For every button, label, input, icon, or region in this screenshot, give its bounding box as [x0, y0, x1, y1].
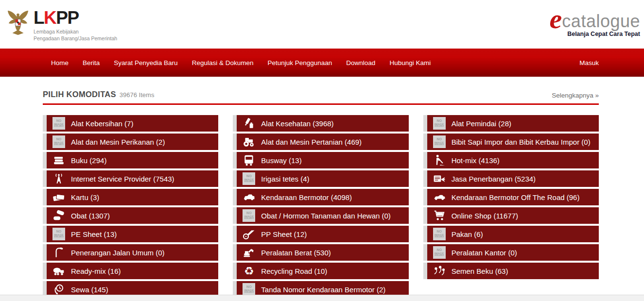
nav-item-petunjuk-penggunaan[interactable]: Petunjuk Penggunaan	[267, 59, 332, 67]
commodity-label: Ready-mix (16)	[71, 267, 121, 275]
tile-left-edge	[423, 189, 427, 205]
commodity-label: Peralatan Berat (530)	[261, 249, 331, 257]
tile-left-edge	[233, 226, 237, 242]
tile-left-edge	[43, 263, 47, 279]
page: LKPP Lembaga Kebijakan Pengadaan Barang/…	[0, 0, 644, 301]
commodity-tile-bibit-sapi-impor-dan-bibit-kerbau-impor[interactable]: NOIMAGEAVAILABLEBibit Sapi Impor dan Bib…	[423, 134, 599, 150]
tile-body[interactable]: Busway (13)	[237, 152, 408, 168]
commodity-label: Pakan (6)	[452, 230, 483, 238]
commodity-tile-semen-beku[interactable]: Semen Beku (63)	[423, 263, 599, 279]
commodity-tile-hot-mix[interactable]: Hot-mix (4136)	[423, 152, 599, 168]
commodity-label: Penerangan Jalan Umum (0)	[71, 249, 165, 257]
recycle-icon: ♻	[242, 264, 256, 278]
tile-body[interactable]: Ready-mix (16)	[47, 263, 218, 279]
nav-item-masuk[interactable]: Masuk	[579, 59, 599, 67]
commodity-tile-pe-sheet[interactable]: NOIMAGEAVAILABLEPE Sheet (13)	[43, 226, 218, 242]
commodity-tile-busway[interactable]: Busway (13)	[233, 152, 408, 168]
tile-body[interactable]: ♻Recycling Road (10)	[237, 263, 408, 279]
cards-icon	[52, 190, 66, 204]
nav-right: Masuk	[579, 59, 599, 67]
nav-item-download[interactable]: Download	[346, 59, 375, 67]
tile-body[interactable]: NOIMAGEAVAILABLEObat / Hormon Tanaman da…	[237, 207, 408, 224]
tile-body[interactable]: Jasa Penerbangan (5234)	[427, 170, 599, 187]
commodity-label: Internet Service Provider (7543)	[71, 175, 174, 183]
tile-body[interactable]: NOIMAGEAVAILABLEPakan (6)	[427, 226, 599, 242]
commodity-label: PP Sheet (12)	[261, 230, 307, 238]
commodity-tile-internet-service-provider[interactable]: Internet Service Provider (7543)	[43, 170, 218, 187]
commodity-tile-peralatan-berat[interactable]: Peralatan Berat (530)	[233, 244, 408, 261]
commodity-tile-ready-mix[interactable]: Ready-mix (16)	[43, 263, 218, 279]
tile-left-edge	[233, 152, 237, 168]
nav-item-syarat-penyedia-baru[interactable]: Syarat Penyedia Baru	[114, 59, 177, 67]
tile-left-edge	[423, 115, 427, 132]
commodity-tile-alat-dan-mesin-pertanian[interactable]: Alat dan Mesin Pertanian (469)	[233, 134, 408, 150]
commodity-tile-alat-kebersihan[interactable]: NOIMAGEAVAILABLEAlat Kebersihan (7)	[43, 115, 218, 132]
commodity-tile-obat[interactable]: Obat (1307)	[43, 207, 218, 224]
no-image-icon: NOIMAGEAVAILABLE	[433, 227, 446, 241]
commodity-tile-obat-hormon-tanaman-dan-hewan[interactable]: NOIMAGEAVAILABLEObat / Hormon Tanaman da…	[233, 207, 408, 224]
see-more-link[interactable]: Selengkapnya »	[552, 92, 599, 99]
tile-left-edge	[43, 207, 47, 224]
commodity-label: Obat (1307)	[71, 212, 110, 220]
tile-body[interactable]: NOIMAGEAVAILABLEAlat Pemindai (28)	[427, 115, 599, 132]
commodity-label: Online Shop (11677)	[452, 212, 518, 220]
tile-body[interactable]: Kartu (3)	[47, 189, 218, 205]
nav-item-regulasi-dokumen[interactable]: Regulasi & Dokumen	[192, 59, 254, 67]
tile-body[interactable]: Obat (1307)	[47, 207, 218, 224]
sheet-roll-icon	[242, 227, 256, 241]
commodity-tile-online-shop[interactable]: Online Shop (11677)	[423, 207, 599, 224]
tile-left-edge	[43, 152, 47, 168]
tile-body[interactable]: NOIMAGEAVAILABLEPeralatan Kantor (0)	[427, 244, 599, 261]
commodity-tile-jasa-penerbangan[interactable]: Jasa Penerbangan (5234)	[423, 170, 599, 187]
commodity-tile-buku[interactable]: Buku (294)	[43, 152, 218, 168]
tile-body[interactable]: Online Shop (11677)	[427, 207, 599, 224]
commodity-tile-peralatan-kantor[interactable]: NOIMAGEAVAILABLEPeralatan Kantor (0)	[423, 244, 599, 261]
tile-left-edge	[43, 170, 47, 187]
tile-body[interactable]: NOIMAGEAVAILABLEAlat dan Mesin Perikanan…	[47, 134, 218, 150]
tile-body[interactable]: Kendaraan Bermotor Off The Road (96)	[427, 189, 599, 205]
books-icon	[52, 153, 66, 167]
commodity-tile-penerangan-jalan-umum[interactable]: Penerangan Jalan Umum (0)	[43, 244, 218, 261]
commodity-tile-pp-sheet[interactable]: PP Sheet (12)	[233, 226, 408, 242]
tile-body[interactable]: Alat dan Mesin Pertanian (469)	[237, 134, 408, 150]
commodity-tile-alat-dan-mesin-perikanan[interactable]: NOIMAGEAVAILABLEAlat dan Mesin Perikanan…	[43, 134, 218, 150]
tile-left-edge	[233, 170, 237, 187]
pills-icon	[52, 209, 66, 222]
lkpp-logo[interactable]: LKPP Lembaga Kebijakan Pengadaan Barang/…	[7, 9, 117, 42]
mixer-truck-icon	[52, 264, 66, 278]
commodity-tile-kartu[interactable]: Kartu (3)	[43, 189, 218, 205]
tile-body[interactable]: NOIMAGEAVAILABLEIrigasi tetes (4)	[237, 170, 408, 187]
commodity-tile-kendaraan-bermotor[interactable]: Kendaraan Bermotor (4098)	[233, 189, 408, 205]
tile-left-edge	[43, 134, 47, 150]
tile-body[interactable]: Buku (294)	[47, 152, 218, 168]
nav-item-hubungi-kami[interactable]: Hubungi Kami	[389, 59, 431, 67]
tile-left-edge	[233, 263, 237, 279]
tile-left-edge	[423, 226, 427, 242]
commodity-tile-recycling-road[interactable]: ♻Recycling Road (10)	[233, 263, 408, 279]
commodity-label: Semen Beku (63)	[452, 267, 508, 275]
commodity-tile-irigasi-tetes[interactable]: NOIMAGEAVAILABLEIrigasi tetes (4)	[233, 170, 408, 187]
tile-body[interactable]: Peralatan Berat (530)	[237, 244, 408, 261]
tile-body[interactable]: Alat Kesehatan (3968)	[237, 115, 408, 132]
ecatalogue-logo[interactable]: ecatalogue Belanja Cepat Cara Tepat	[550, 8, 640, 37]
commodity-tile-alat-pemindai[interactable]: NOIMAGEAVAILABLEAlat Pemindai (28)	[423, 115, 599, 132]
tile-body[interactable]: Internet Service Provider (7543)	[47, 170, 218, 187]
tile-body[interactable]: NOIMAGEAVAILABLEPE Sheet (13)	[47, 226, 218, 242]
tile-left-edge	[43, 115, 47, 132]
tile-body[interactable]: Kendaraan Bermotor (4098)	[237, 189, 408, 205]
garuda-emblem-icon	[7, 9, 29, 39]
tile-body[interactable]: Hot-mix (4136)	[427, 152, 599, 168]
commodity-tile-alat-kesehatan[interactable]: Alat Kesehatan (3968)	[233, 115, 408, 132]
nav-item-berita[interactable]: Berita	[83, 59, 100, 67]
commodity-tile-pakan[interactable]: NOIMAGEAVAILABLEPakan (6)	[423, 226, 599, 242]
tile-body[interactable]: Penerangan Jalan Umum (0)	[47, 244, 218, 261]
tile-body[interactable]: Semen Beku (63)	[427, 263, 599, 279]
nav-item-home[interactable]: Home	[51, 59, 69, 67]
tile-body[interactable]: NOIMAGEAVAILABLEBibit Sapi Impor dan Bib…	[427, 134, 599, 150]
commodity-column-1: NOIMAGEAVAILABLEAlat Kebersihan (7)NOIMA…	[43, 115, 218, 300]
commodity-label: PE Sheet (13)	[71, 230, 117, 238]
commodity-label: Busway (13)	[261, 156, 301, 165]
commodity-tile-kendaraan-bermotor-off-the-road[interactable]: Kendaraan Bermotor Off The Road (96)	[423, 189, 599, 205]
tile-body[interactable]: NOIMAGEAVAILABLEAlat Kebersihan (7)	[47, 115, 218, 132]
tile-body[interactable]: PP Sheet (12)	[237, 226, 408, 242]
